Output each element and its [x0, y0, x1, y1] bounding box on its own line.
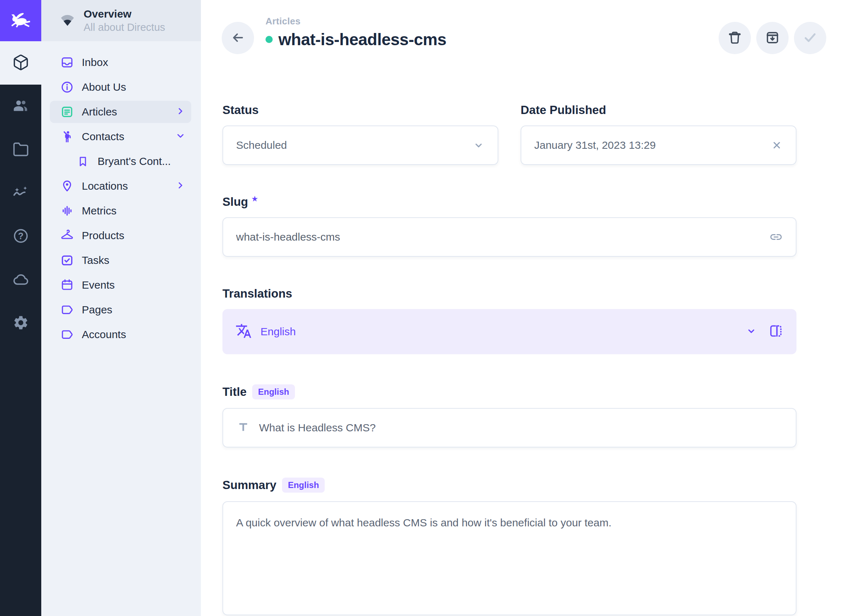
- save-button[interactable]: [794, 22, 826, 54]
- summary-label: Summary: [222, 478, 276, 492]
- sidebar-item-pages[interactable]: Pages: [50, 299, 191, 321]
- archive-button[interactable]: [756, 22, 789, 54]
- cloud-icon: [12, 270, 30, 290]
- date-published-label: Date Published: [521, 103, 796, 117]
- sidebar-item-inbox[interactable]: Inbox: [50, 51, 191, 73]
- module-settings[interactable]: [0, 302, 41, 345]
- translate-icon: [235, 323, 252, 341]
- chevron-down-icon: [746, 325, 757, 338]
- text-title-icon: [236, 420, 250, 436]
- directus-logo[interactable]: [0, 0, 41, 41]
- folder-icon: [12, 141, 29, 159]
- tag-icon: [60, 303, 74, 317]
- translations-field: Translations English: [222, 287, 796, 354]
- page-title: what-is-headless-cms: [278, 30, 446, 49]
- page-header: Articles what-is-headless-cms: [266, 16, 446, 49]
- chevron-right-icon: [175, 106, 185, 117]
- sidebar-item-label: Metrics: [82, 205, 185, 217]
- insights-icon: [12, 183, 30, 203]
- back-button[interactable]: [222, 22, 254, 54]
- signal-icon: [59, 12, 76, 30]
- module-content[interactable]: [0, 41, 41, 85]
- slug-input[interactable]: [236, 231, 761, 243]
- status-select[interactable]: Scheduled: [222, 126, 498, 165]
- sidebar-item-metrics[interactable]: Metrics: [50, 200, 191, 222]
- sidebar-item-accounts[interactable]: Accounts: [50, 323, 191, 346]
- slug-field: Slug ★: [222, 195, 796, 257]
- status-field: Status Scheduled: [222, 103, 498, 165]
- info-icon: [60, 80, 74, 94]
- inbox-icon: [60, 56, 74, 69]
- sidebar-item-label: Products: [82, 229, 185, 242]
- sidebar-item-events[interactable]: Events: [50, 274, 191, 296]
- help-icon: ?: [12, 227, 29, 246]
- chevron-right-icon: [175, 180, 185, 192]
- app-window: ?: [0, 0, 846, 616]
- equalizer-icon: [60, 204, 74, 218]
- nav-list: Inbox About Us: [41, 41, 201, 346]
- settings-icon: [13, 314, 29, 332]
- sidebar-item-about-us[interactable]: About Us: [50, 76, 191, 98]
- status-dot: [266, 36, 273, 43]
- calendar-icon: [60, 278, 74, 292]
- slug-label: Slug: [222, 195, 248, 209]
- title-label: Title: [222, 385, 247, 399]
- tag-icon: [60, 328, 74, 341]
- link-icon: [769, 230, 783, 244]
- module-help[interactable]: ?: [0, 215, 41, 258]
- project-subtitle: All about Directus: [84, 22, 165, 33]
- sidebar-item-products[interactable]: Products: [50, 224, 191, 247]
- sidebar-item-label: Pages: [82, 304, 185, 316]
- module-insights[interactable]: [0, 172, 41, 215]
- archive-icon: [765, 30, 780, 47]
- chevron-down-icon: [473, 139, 485, 151]
- sidebar-item-label: Tasks: [82, 254, 185, 266]
- status-label: Status: [222, 103, 498, 117]
- sidebar-item-locations[interactable]: Locations: [50, 175, 191, 197]
- check-icon: [802, 29, 818, 47]
- sidebar-item-label: Articles: [82, 106, 175, 118]
- person-waving-icon: [60, 130, 74, 144]
- article-form: Status Scheduled Date Published: [222, 103, 796, 616]
- module-user-directory[interactable]: [0, 85, 41, 128]
- chevron-down-icon: [175, 131, 185, 142]
- project-header[interactable]: Overview All about Directus: [41, 0, 201, 41]
- header-actions: [719, 22, 826, 54]
- sidebar-item-label: Contacts: [82, 131, 175, 143]
- title-field: Title English: [222, 384, 796, 447]
- task-icon: [60, 254, 74, 267]
- delete-button[interactable]: [719, 22, 751, 54]
- module-bar: ?: [0, 0, 41, 616]
- sidebar-item-bryants-contacts[interactable]: Bryant's Cont...: [50, 150, 191, 173]
- users-icon: [12, 97, 30, 116]
- box-icon: [12, 54, 29, 72]
- date-published-input[interactable]: [534, 139, 762, 151]
- map-pin-icon: [60, 179, 74, 193]
- sidebar-item-tasks[interactable]: Tasks: [50, 249, 191, 271]
- clear-x-icon[interactable]: [771, 139, 783, 151]
- sidebar-item-label: Bryant's Cont...: [98, 155, 185, 167]
- summary-textarea[interactable]: A quick overview of what headless CMS is…: [222, 501, 796, 615]
- hanger-icon: [60, 229, 74, 242]
- sidebar-item-label: Locations: [82, 180, 175, 192]
- module-cloud[interactable]: [0, 258, 41, 302]
- date-published-field: Date Published: [521, 103, 796, 165]
- sidebar-item-contacts[interactable]: Contacts: [50, 126, 191, 148]
- module-files[interactable]: [0, 128, 41, 172]
- sidebar-item-articles[interactable]: Articles: [50, 101, 191, 123]
- required-star: ★: [252, 195, 258, 203]
- translations-row[interactable]: English: [222, 309, 796, 354]
- split-view-icon[interactable]: [768, 323, 784, 340]
- sidebar-item-label: Inbox: [82, 56, 185, 69]
- arrow-left-icon: [230, 30, 245, 46]
- translations-label: Translations: [222, 287, 796, 301]
- title-input[interactable]: [259, 422, 783, 434]
- nav-sidebar: Overview All about Directus Inbox: [41, 0, 201, 616]
- breadcrumb[interactable]: Articles: [266, 16, 446, 27]
- sidebar-item-label: Events: [82, 279, 185, 291]
- rabbit-logo-icon: [9, 8, 33, 34]
- translations-language: English: [260, 326, 296, 338]
- trash-icon: [727, 30, 743, 47]
- language-badge: English: [252, 384, 295, 399]
- project-title: Overview: [84, 8, 165, 21]
